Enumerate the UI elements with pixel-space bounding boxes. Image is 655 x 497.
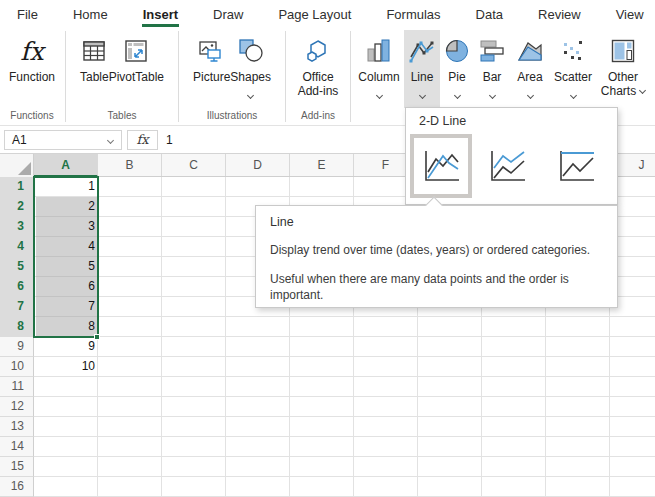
tab-draw[interactable]: Draw: [212, 2, 244, 27]
cell-a9[interactable]: 9: [34, 337, 95, 357]
ribbon-separator: [65, 31, 66, 122]
row-header-1[interactable]: 1: [0, 177, 34, 197]
row-header-12[interactable]: 12: [0, 397, 34, 417]
column-chart-icon: [366, 35, 392, 67]
line-chart-button[interactable]: Line: [404, 30, 440, 108]
tab-page-layout[interactable]: Page Layout: [277, 2, 352, 27]
select-all-triangle-icon: [18, 162, 31, 175]
tab-home[interactable]: Home: [72, 2, 109, 27]
fill-handle[interactable]: [94, 334, 100, 340]
table-icon: [81, 35, 107, 67]
row-header-5[interactable]: 5: [0, 257, 34, 277]
other-charts-label: Other Charts: [600, 70, 646, 98]
stacked-line-chart-option[interactable]: [482, 140, 532, 192]
group-label-tables: Tables: [67, 108, 177, 125]
pie-chart-label: Pie: [448, 70, 465, 84]
stacked-line-chart-icon: [485, 147, 529, 185]
row-header-4[interactable]: 4: [0, 237, 34, 257]
column-header-e[interactable]: E: [290, 154, 354, 176]
row-header-10[interactable]: 10: [0, 357, 34, 377]
pie-chart-icon: [444, 35, 470, 67]
office-addins-icon: [305, 35, 331, 67]
scatter-chart-button[interactable]: Scatter: [550, 30, 596, 108]
column-chart-button[interactable]: Column: [354, 30, 404, 108]
group-label-illustrations: Illustrations: [180, 108, 284, 125]
row-header-8[interactable]: 8: [0, 317, 34, 337]
picture-label: Picture: [193, 70, 230, 84]
chevron-down-icon: [526, 92, 533, 99]
line-chart-dropdown: 2-D Line: [405, 107, 618, 205]
table-button[interactable]: Table: [80, 30, 109, 108]
pivottable-icon: [123, 35, 149, 67]
bar-chart-icon: [479, 35, 505, 67]
chevron-down-icon: [639, 87, 646, 94]
line-chart-icon: [419, 147, 463, 185]
tooltip-usage-note: Useful when there are many data points a…: [270, 271, 603, 303]
row-header-15[interactable]: 15: [0, 457, 34, 477]
tab-data[interactable]: Data: [475, 2, 504, 27]
other-charts-icon: [610, 35, 636, 67]
pie-chart-button[interactable]: Pie: [440, 30, 474, 108]
row-header-14[interactable]: 14: [0, 437, 34, 457]
selection-border: [33, 176, 99, 338]
shapes-button[interactable]: Shapes: [230, 30, 271, 108]
ribbon-separator: [178, 31, 179, 122]
group-label-addins: Add-ins: [287, 108, 349, 125]
select-all-corner[interactable]: [0, 154, 34, 177]
column-header-d[interactable]: D: [226, 154, 290, 176]
scatter-chart-icon: [560, 35, 586, 67]
ribbon-group-functions: fx Function Functions: [0, 28, 64, 125]
hundred-percent-stacked-line-chart-option[interactable]: [551, 140, 601, 192]
column-header-a[interactable]: A: [34, 154, 98, 177]
office-addins-label: Office Add-ins: [292, 70, 344, 98]
other-charts-button[interactable]: Other Charts: [596, 30, 650, 108]
function-button[interactable]: fx Function: [9, 30, 55, 108]
picture-icon: [198, 35, 226, 67]
pivottable-button[interactable]: PivotTable: [109, 30, 164, 108]
row-header-16[interactable]: 16: [0, 477, 34, 497]
tab-review[interactable]: Review: [537, 2, 582, 27]
row-header-7[interactable]: 7: [0, 297, 34, 317]
area-chart-button[interactable]: Area: [510, 30, 550, 108]
tab-file[interactable]: File: [16, 2, 39, 27]
function-label: Function: [9, 70, 55, 84]
ribbon-separator: [350, 31, 351, 122]
chevron-down-icon: [569, 92, 576, 99]
function-fx-icon: fx: [20, 35, 43, 67]
column-chart-label: Column: [358, 70, 399, 84]
cell-a10[interactable]: 10: [34, 357, 95, 377]
row-header-6[interactable]: 6: [0, 277, 34, 297]
line-chart-option[interactable]: [410, 134, 472, 198]
picture-button[interactable]: Picture: [193, 30, 230, 108]
tab-formulas[interactable]: Formulas: [385, 2, 441, 27]
name-box[interactable]: A1: [4, 130, 122, 150]
chevron-down-icon: [375, 92, 382, 99]
office-addins-button[interactable]: Office Add-ins: [292, 30, 344, 108]
row-header-11[interactable]: 11: [0, 377, 34, 397]
tooltip-title: Line: [270, 215, 603, 229]
row-header-13[interactable]: 13: [0, 417, 34, 437]
insert-function-button[interactable]: fx: [127, 130, 158, 150]
tab-insert[interactable]: Insert: [142, 2, 179, 27]
tab-view[interactable]: View: [615, 2, 645, 27]
ribbon-separator: [285, 31, 286, 122]
name-box-value: A1: [12, 133, 27, 147]
scatter-chart-label: Scatter: [554, 70, 592, 84]
group-label-functions: Functions: [0, 108, 64, 125]
tooltip-description: Display trend over time (dates, years) o…: [270, 242, 603, 258]
excel-window: File Home Insert Draw Page Layout Formul…: [0, 0, 655, 497]
row-header-2[interactable]: 2: [0, 197, 34, 217]
chevron-down-icon: [418, 92, 425, 99]
row-header-3[interactable]: 3: [0, 217, 34, 237]
formula-input[interactable]: 1: [166, 130, 173, 150]
ribbon-group-tables: Table PivotTable Tables: [67, 28, 177, 125]
row-header-9[interactable]: 9: [0, 337, 34, 357]
bar-chart-button[interactable]: Bar: [474, 30, 510, 108]
chevron-down-icon: [453, 92, 460, 99]
pivottable-label: PivotTable: [109, 70, 164, 84]
column-header-b[interactable]: B: [98, 154, 162, 176]
column-header-c[interactable]: C: [162, 154, 226, 176]
shapes-icon: [237, 35, 265, 67]
menu-bar: File Home Insert Draw Page Layout Formul…: [0, 0, 655, 28]
ribbon-group-illustrations: Picture Shapes Illustrations: [180, 28, 284, 125]
